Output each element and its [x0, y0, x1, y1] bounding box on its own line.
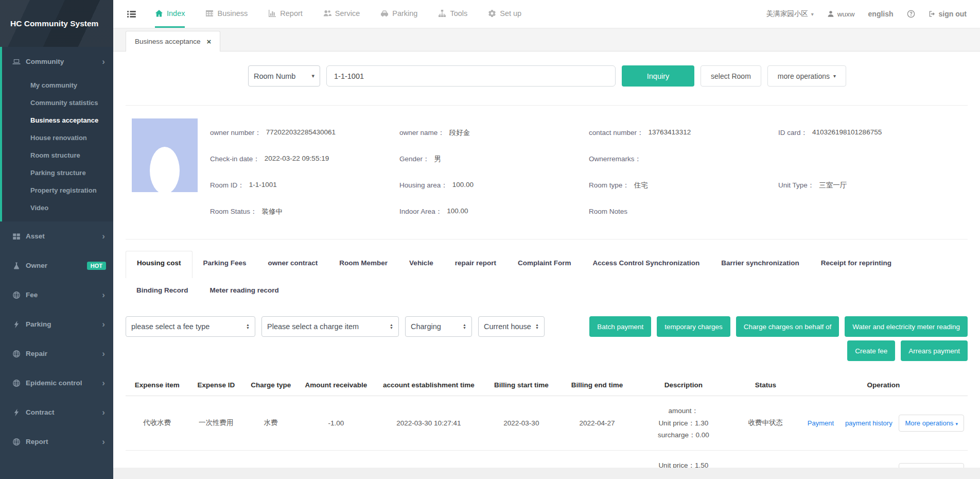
- chevron-right-icon: ›: [102, 290, 105, 299]
- language-switcher[interactable]: english: [868, 10, 894, 18]
- nav-report[interactable]: Report: [268, 0, 303, 28]
- cell-charge-type: 水费: [243, 396, 298, 451]
- sidebar-toggle-button[interactable]: [127, 0, 136, 28]
- cell-expense-id: 一次性费用: [189, 396, 243, 451]
- sidebar-item-label: Contract: [26, 408, 55, 416]
- bar-chart-icon: [268, 9, 276, 18]
- close-icon[interactable]: ×: [207, 38, 212, 45]
- create-fee-button[interactable]: Create fee: [847, 340, 895, 361]
- sidebar-item-house-renovation[interactable]: House renovation: [2, 129, 113, 146]
- field-gender: Gender：男: [399, 155, 589, 164]
- tab-repair-report[interactable]: repair report: [444, 251, 507, 275]
- sidebar-item-property-registration[interactable]: Property registration: [2, 181, 113, 199]
- sidebar-item-epidemic-control[interactable]: Epidemic control ›: [0, 368, 113, 398]
- field-owner-number: owner number：772022032285430061: [210, 128, 399, 138]
- cell-amount-receivable: -1.00: [298, 396, 374, 451]
- water-electricity-meter-button[interactable]: Water and electricity meter reading: [845, 316, 968, 337]
- help-button[interactable]: [907, 10, 915, 18]
- sidebar-item-report[interactable]: Report ›: [0, 427, 113, 456]
- more-operations-dropdown[interactable]: more operations ▾: [767, 65, 846, 87]
- nav-parking[interactable]: Parking: [380, 0, 417, 28]
- sidebar-item-fee[interactable]: Fee ›: [0, 280, 113, 310]
- sidebar-item-asset[interactable]: Asset ›: [0, 221, 113, 251]
- sidebar-item-community-statistics[interactable]: Community statistics: [2, 94, 113, 111]
- field-check-in-date: Check-in date：2022-03-22 09:55:19: [210, 155, 399, 164]
- current-house-select[interactable]: Current house ▲▼: [478, 316, 545, 337]
- cell-status: 收费中状态: [732, 396, 799, 451]
- nav-index[interactable]: Index: [155, 0, 185, 28]
- col-expense-id: Expense ID: [189, 374, 243, 396]
- charging-status-select[interactable]: Charging ▲▼: [405, 316, 472, 337]
- col-description: Description: [635, 374, 732, 396]
- fee-filter-bar: please select a fee type ▲▼ Please selec…: [126, 316, 968, 361]
- sidebar-nav: Community › My community Community stati…: [0, 47, 113, 479]
- payment-history-link[interactable]: payment history: [845, 419, 892, 427]
- grid-icon: [12, 232, 21, 241]
- sidebar: HC Community System Community › My commu…: [0, 0, 113, 479]
- tab-room-member[interactable]: Room Member: [328, 251, 398, 275]
- detail-tabs: Housing cost Parking Fees owner contract…: [126, 251, 968, 302]
- sidebar-item-repair[interactable]: Repair ›: [0, 339, 113, 368]
- main-area: Index Business Report Service Parking To…: [113, 0, 980, 479]
- sidebar-item-community[interactable]: Community ›: [2, 47, 113, 76]
- cell-account-time: 2021-10-01 00:00:00: [374, 450, 484, 468]
- select-room-button[interactable]: select Room: [701, 65, 761, 87]
- sidebar-section-community: Community › My community Community stati…: [0, 47, 113, 221]
- inquiry-button[interactable]: Inquiry: [622, 65, 694, 87]
- sidebar-item-contract[interactable]: Contract ›: [0, 398, 113, 427]
- tab-access-control-sync[interactable]: Access Control Synchronization: [582, 251, 710, 275]
- globe-icon: [12, 438, 21, 446]
- tab-housing-cost[interactable]: Housing cost: [126, 251, 192, 278]
- tab-owner-contract[interactable]: owner contract: [257, 251, 329, 275]
- updown-arrows-icon: ▲▼: [246, 323, 250, 330]
- cell-charge-type: 物业费: [243, 450, 298, 468]
- sign-out-button[interactable]: sign out: [929, 10, 967, 18]
- tab-business-acceptance[interactable]: Business acceptance ×: [126, 31, 220, 52]
- tab-vehicle[interactable]: Vehicle: [398, 251, 444, 275]
- sidebar-submenu-community: My community Community statistics Busine…: [2, 76, 113, 221]
- sidebar-item-business-acceptance[interactable]: Business acceptance: [2, 111, 113, 129]
- nav-business[interactable]: Business: [205, 0, 248, 28]
- tab-complaint-form[interactable]: Complaint Form: [507, 251, 582, 275]
- sidebar-item-parking-structure[interactable]: Parking structure: [2, 164, 113, 181]
- field-housing-area: Housing area：100.00: [399, 181, 589, 190]
- question-circle-icon: [907, 10, 915, 18]
- sidebar-item-video[interactable]: Video: [2, 199, 113, 216]
- tab-receipt-reprinting[interactable]: Receipt for reprinting: [810, 251, 902, 275]
- nav-service[interactable]: Service: [323, 0, 360, 28]
- sidebar-item-label: Community: [26, 58, 64, 65]
- sidebar-item-parking[interactable]: Parking ›: [0, 310, 113, 339]
- tab-barrier-sync[interactable]: Barrier synchronization: [710, 251, 810, 275]
- sidebar-item-label: Epidemic control: [26, 379, 82, 387]
- nav-set-up[interactable]: Set up: [488, 0, 521, 28]
- payment-link[interactable]: Payment: [808, 419, 834, 427]
- tab-binding-record[interactable]: Binding Record: [126, 279, 199, 302]
- fee-type-value: please select a fee type: [131, 322, 209, 331]
- sidebar-item-my-community[interactable]: My community: [2, 76, 113, 94]
- search-field-select[interactable]: Room Numb ▾: [248, 65, 320, 87]
- sign-out-icon: [929, 10, 936, 18]
- room-number-input[interactable]: [326, 65, 616, 87]
- fee-type-select[interactable]: please select a fee type ▲▼: [126, 316, 255, 337]
- table-row: 测试物业费1 周期性费用 物业费 0.00 2021-10-01 00:00:0…: [126, 450, 968, 468]
- cell-expense-item: 测试物业费1: [126, 450, 189, 468]
- field-room-status: Room Status：装修中: [210, 207, 399, 216]
- search-section: Room Numb ▾ Inquiry select Room more ope…: [126, 52, 968, 106]
- cell-billing-end: 2022-04-27: [559, 396, 635, 451]
- sidebar-item-owner[interactable]: Owner HOT: [0, 251, 113, 280]
- sidebar-item-room-structure[interactable]: Room structure: [2, 146, 113, 164]
- charge-on-behalf-button[interactable]: Charge charges on behalf of: [736, 316, 839, 337]
- arrears-payment-button[interactable]: Arrears payment: [901, 340, 968, 361]
- row-more-operations-dropdown[interactable]: More operations▾: [899, 415, 964, 432]
- community-selector[interactable]: 美满家园小区 ▾: [766, 9, 814, 19]
- row-more-operations-dropdown[interactable]: More operations▾: [899, 463, 964, 468]
- charge-item-select[interactable]: Please select a charge item ▲▼: [261, 316, 399, 337]
- caret-down-icon: ▾: [811, 11, 814, 17]
- tab-parking-fees[interactable]: Parking Fees: [192, 251, 257, 275]
- temporary-charges-button[interactable]: temporary charges: [657, 316, 730, 337]
- tab-meter-reading-record[interactable]: Meter reading record: [199, 279, 290, 302]
- table-icon: [205, 9, 214, 18]
- nav-tools[interactable]: Tools: [438, 0, 467, 28]
- current-user[interactable]: wuxw: [827, 10, 855, 18]
- batch-payment-button[interactable]: Batch payment: [589, 316, 651, 337]
